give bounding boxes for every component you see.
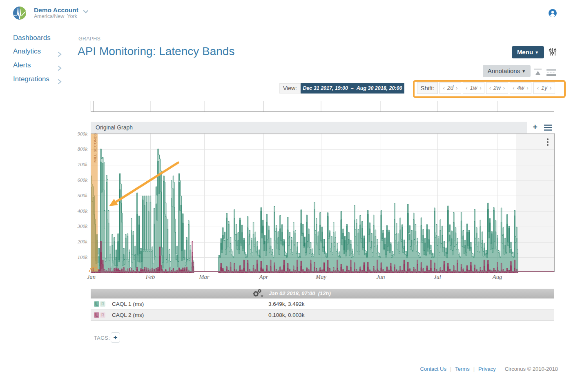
svg-text:Mar: Mar bbox=[199, 274, 210, 280]
svg-text:MILLISECONDS: MILLISECONDS bbox=[93, 133, 97, 163]
svg-text:Jan: Jan bbox=[87, 274, 96, 280]
svg-text:Apr: Apr bbox=[259, 274, 268, 280]
svg-text:Aug: Aug bbox=[492, 274, 502, 280]
svg-text:Jun: Jun bbox=[377, 274, 385, 280]
svg-text:May: May bbox=[315, 274, 326, 280]
svg-text:Jul: Jul bbox=[434, 274, 441, 280]
svg-text:Feb: Feb bbox=[145, 274, 155, 280]
